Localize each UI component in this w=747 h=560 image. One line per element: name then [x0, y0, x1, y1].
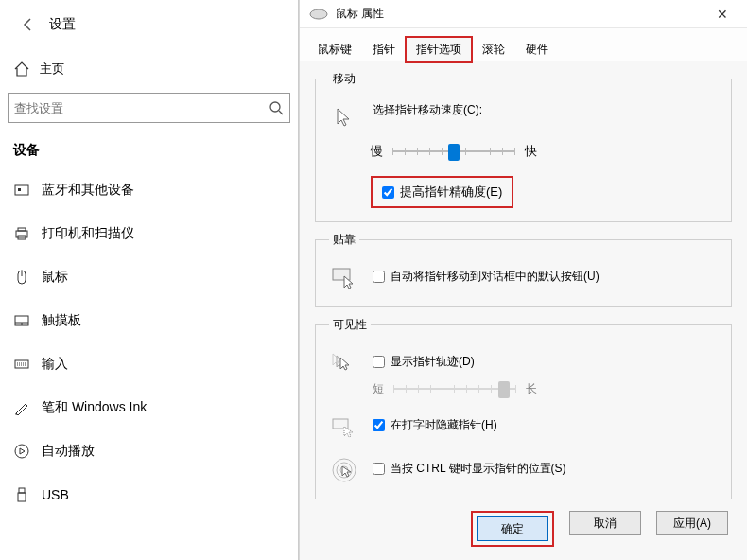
ok-highlight: 确定 [471, 511, 554, 547]
nav-label: 输入 [42, 356, 68, 373]
close-button[interactable]: ✕ [707, 7, 738, 22]
svg-line-1 [279, 111, 283, 114]
dialog-title-bar: 鼠标 属性 ✕ [300, 0, 747, 28]
home-nav[interactable]: 主页 [0, 51, 298, 87]
snap-legend: 贴靠 [329, 232, 359, 248]
ctrl-locate-icon [329, 455, 359, 485]
fast-label: 快 [525, 143, 537, 160]
precision-label: 提高指针精确度(E) [400, 184, 502, 201]
svg-rect-17 [18, 493, 26, 501]
bluetooth-icon [13, 182, 30, 199]
snap-icon [329, 263, 359, 293]
slow-label: 慢 [371, 143, 383, 160]
snap-group: 贴靠 自动将指针移动到对话框中的默认按钮(U) [315, 232, 732, 307]
home-label: 主页 [40, 61, 64, 78]
apply-button[interactable]: 应用(A) [656, 511, 728, 535]
nav-label: 打印机和扫描仪 [42, 225, 134, 242]
tab-buttons[interactable]: 鼠标键 [307, 37, 362, 62]
cursor-icon [329, 102, 359, 132]
trails-slider[interactable] [393, 379, 516, 398]
section-label: 设备 [0, 125, 298, 168]
precision-checkbox[interactable] [382, 186, 394, 199]
dialog-title: 鼠标 属性 [336, 6, 707, 22]
cancel-button[interactable]: 取消 [569, 511, 641, 535]
precision-highlight: 提高指针精确度(E) [371, 176, 513, 208]
ctrl-label: 当按 CTRL 键时显示指针的位置(S) [391, 461, 566, 477]
settings-panel: 设置 主页 设备 蓝牙和其他设备 打印机和扫描仪 [0, 0, 299, 560]
search-icon [269, 100, 284, 115]
snap-label: 自动将指针移动到对话框中的默认按钮(U) [391, 269, 599, 285]
svg-rect-3 [18, 188, 21, 191]
tab-strip: 鼠标键 指针 指针选项 滚轮 硬件 [300, 28, 747, 61]
speed-slider[interactable] [392, 142, 515, 161]
svg-rect-16 [19, 488, 25, 493]
svg-rect-5 [18, 228, 26, 231]
nav-typing[interactable]: 输入 [0, 342, 298, 386]
nav-mouse[interactable]: 鼠标 [0, 255, 298, 299]
nav-usb[interactable]: USB [0, 473, 298, 516]
dialog-mouse-icon [309, 8, 328, 21]
svg-rect-12 [15, 360, 28, 368]
nav-autoplay[interactable]: 自动播放 [0, 429, 298, 473]
nav-label: 蓝牙和其他设备 [42, 182, 134, 199]
keyboard-icon [13, 356, 30, 373]
printer-icon [13, 225, 30, 242]
tab-hardware[interactable]: 硬件 [515, 37, 559, 62]
back-button[interactable] [13, 9, 43, 40]
autoplay-icon [13, 443, 30, 460]
tab-pointer-options[interactable]: 指针选项 [406, 37, 472, 62]
visibility-group: 可见性 显示指针轨迹(D) 短 [315, 317, 732, 499]
svg-rect-19 [333, 269, 350, 280]
nav-printers[interactable]: 打印机和扫描仪 [0, 212, 298, 255]
nav-label: USB [42, 487, 69, 502]
svg-point-18 [310, 9, 327, 19]
nav-label: 触摸板 [42, 312, 81, 329]
speed-label: 选择指针移动速度(C): [373, 102, 718, 118]
usb-icon [13, 486, 30, 503]
nav-list: 蓝牙和其他设备 打印机和扫描仪 鼠标 触摸板 输入 笔和 Windows Ink [0, 168, 298, 516]
nav-label: 自动播放 [42, 443, 95, 460]
hide-typing-checkbox[interactable] [373, 419, 385, 431]
dialog-buttons: 确定 取消 应用(A) [300, 503, 747, 560]
hide-typing-label: 在打字时隐藏指针(H) [391, 417, 497, 433]
search-input[interactable] [14, 101, 269, 115]
trails-label: 显示指针轨迹(D) [391, 354, 475, 370]
ok-button[interactable]: 确定 [477, 516, 548, 541]
touchpad-icon [13, 312, 30, 329]
search-box[interactable] [8, 93, 290, 123]
mouse-icon [13, 269, 30, 286]
nav-label: 鼠标 [42, 269, 68, 286]
visibility-legend: 可见性 [329, 317, 371, 333]
motion-group: 移动 选择指针移动速度(C): 慢 快 [315, 71, 732, 222]
svg-rect-2 [15, 185, 28, 195]
short-label: 短 [373, 381, 384, 397]
tab-wheel[interactable]: 滚轮 [472, 37, 515, 62]
home-icon [13, 61, 30, 78]
snap-checkbox[interactable] [373, 271, 385, 283]
svg-point-15 [15, 445, 28, 458]
long-label: 长 [526, 381, 537, 397]
hide-typing-icon [329, 411, 359, 442]
mouse-properties-dialog: 鼠标 属性 ✕ 鼠标键 指针 指针选项 滚轮 硬件 移动 选择指针移动速度(C)… [299, 0, 747, 560]
trails-icon [329, 348, 359, 378]
pen-icon [13, 399, 30, 416]
nav-bluetooth[interactable]: 蓝牙和其他设备 [0, 168, 298, 212]
ctrl-checkbox[interactable] [373, 463, 385, 475]
tab-pointers[interactable]: 指针 [362, 37, 406, 62]
svg-point-0 [270, 102, 280, 112]
nav-label: 笔和 Windows Ink [42, 399, 147, 416]
settings-title: 设置 [49, 16, 76, 33]
trails-checkbox[interactable] [373, 356, 385, 368]
nav-pen[interactable]: 笔和 Windows Ink [0, 386, 298, 429]
motion-legend: 移动 [329, 71, 359, 87]
nav-touchpad[interactable]: 触摸板 [0, 299, 298, 342]
